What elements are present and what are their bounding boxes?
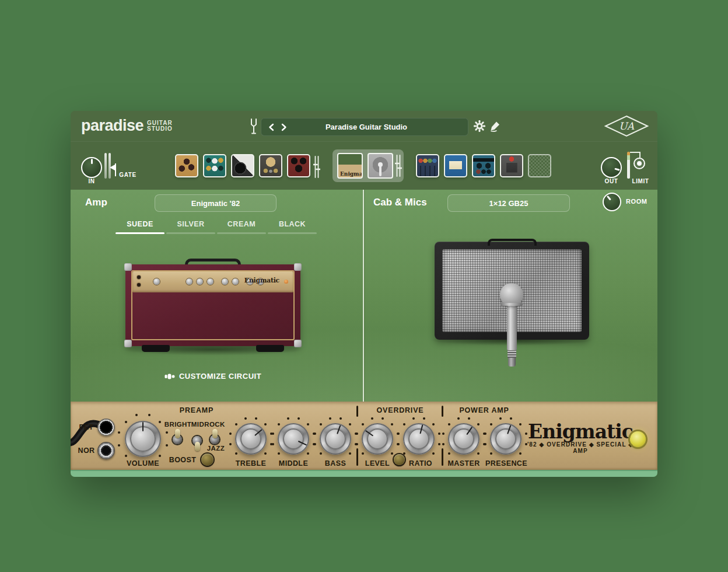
amp-foot bbox=[142, 345, 170, 352]
rack-slot-empty[interactable] bbox=[528, 154, 551, 177]
ua-logo: UA bbox=[604, 115, 649, 137]
signal-chain-strip: IN GATE Enigmatic bbox=[71, 141, 657, 190]
pedal-slot-teal-multi-icon[interactable] bbox=[203, 154, 226, 177]
amp-graphic-knob bbox=[207, 278, 214, 285]
rack-slot-compressor-icon[interactable] bbox=[444, 154, 467, 177]
pedal-slot-wah-icon[interactable] bbox=[231, 154, 254, 177]
amp-foot bbox=[256, 345, 284, 352]
input-label: IN bbox=[83, 178, 100, 184]
output-label: OUT bbox=[601, 178, 622, 184]
room-knob[interactable] bbox=[603, 193, 621, 211]
bright-switch[interactable] bbox=[171, 428, 184, 451]
main-area: Amp Enigmatic '82 SUEDE SILVER CREAM BLA… bbox=[71, 190, 657, 402]
desktop-background: paradise GUITAR STUDIO Paradise Guitar bbox=[0, 0, 728, 572]
preamp-section-label: PREAMP bbox=[167, 406, 226, 414]
amp-control-panel: FET NOR VOLUME PREAMP BRIGHT MID ROCK JA… bbox=[71, 402, 657, 470]
input-meter-left bbox=[104, 153, 107, 179]
panel-brand-tagline: '82 ◆ OVERDRIVE ◆ SPECIAL ◆ AMP bbox=[522, 441, 639, 454]
fader-divider-icon bbox=[313, 155, 320, 179]
rack-slot-reverb-icon[interactable] bbox=[500, 154, 523, 177]
knob-scale-dots bbox=[463, 438, 465, 440]
gate-label: GATE bbox=[117, 172, 138, 178]
volume-label: VOLUME bbox=[120, 459, 166, 468]
cab-mic-slot-icon[interactable] bbox=[368, 153, 393, 179]
boost-button[interactable] bbox=[201, 454, 214, 466]
fet-input-jack[interactable] bbox=[97, 418, 115, 436]
boost-label: BOOST bbox=[166, 456, 199, 464]
knob-scale-dots bbox=[292, 438, 295, 440]
tuner-icon[interactable] bbox=[249, 118, 258, 135]
power-amp-section-label: POWER AMP bbox=[449, 406, 519, 414]
tube-icon bbox=[164, 373, 175, 380]
knob-scale-dots bbox=[418, 438, 420, 440]
customize-circuit-label: CUSTOMIZE CIRCUIT bbox=[179, 372, 261, 381]
panel-brand-logo: Enigmatic bbox=[522, 420, 639, 443]
tab-silver[interactable]: SILVER bbox=[166, 220, 215, 228]
amp-model-dropdown[interactable]: Enigmatic '82 bbox=[155, 194, 276, 212]
tab-cream[interactable]: CREAM bbox=[217, 220, 266, 228]
customize-circuit-button[interactable]: CUSTOMIZE CIRCUIT bbox=[125, 372, 300, 381]
mid-switch[interactable] bbox=[191, 430, 204, 452]
input-gain-knob[interactable] bbox=[81, 157, 102, 178]
nor-input-jack[interactable] bbox=[97, 442, 115, 459]
presence-label: PRESENCE bbox=[480, 459, 533, 468]
rack-slot-delay-icon[interactable] bbox=[472, 154, 495, 177]
amp-graphic-knob bbox=[186, 278, 192, 285]
amp-slot-brand-text: Enigmatic bbox=[340, 171, 363, 177]
rack-slot-eq-icon[interactable] bbox=[416, 154, 439, 177]
power-lamp bbox=[630, 431, 646, 447]
app-logo-text: paradise bbox=[81, 117, 144, 134]
edit-pencil-icon[interactable] bbox=[489, 120, 502, 132]
knob-pointer bbox=[600, 156, 622, 179]
metal-corner bbox=[294, 263, 302, 271]
amp-graphic-lamp bbox=[284, 280, 288, 284]
pedal-slot-gray-phaser-icon[interactable] bbox=[259, 154, 282, 177]
amp-body: Enigmatic bbox=[125, 264, 300, 346]
mic-capsule[interactable] bbox=[500, 283, 523, 306]
plugin-window: paradise GUITAR STUDIO Paradise Guitar bbox=[71, 111, 657, 477]
amp-graphic-brand: Enigmatic bbox=[244, 277, 279, 284]
section-divider-bar bbox=[442, 406, 443, 417]
app-logo: paradise GUITAR STUDIO bbox=[81, 117, 173, 134]
knob-scale-dots bbox=[376, 438, 379, 440]
mic-body bbox=[507, 306, 517, 350]
amp-graphic-knob bbox=[197, 278, 203, 285]
chevron-right-icon bbox=[281, 123, 287, 131]
metal-corner bbox=[124, 340, 132, 347]
amp-block-selected[interactable]: Enigmatic bbox=[332, 149, 404, 182]
preset-bar[interactable]: Paradise Guitar Studio bbox=[261, 118, 468, 136]
pedal-slot-red-distortion-icon[interactable] bbox=[287, 154, 310, 177]
pedal-slot-tan-fuzz-icon[interactable] bbox=[175, 154, 198, 177]
mic-rings bbox=[508, 350, 516, 358]
cab-handle bbox=[488, 239, 537, 246]
knob-scale-dots bbox=[250, 438, 252, 440]
rock-label: ROCK bbox=[201, 421, 228, 428]
amp-head-graphic[interactable]: Enigmatic bbox=[125, 259, 300, 354]
output-gain-knob[interactable] bbox=[601, 157, 622, 178]
bottom-shelf bbox=[71, 470, 657, 477]
limit-button[interactable] bbox=[634, 158, 645, 169]
preset-prev-button[interactable] bbox=[265, 118, 278, 135]
amp-fader-icon bbox=[395, 154, 402, 177]
tab-suede[interactable]: SUEDE bbox=[116, 220, 164, 228]
metal-corner bbox=[124, 263, 132, 271]
cab-model-dropdown[interactable]: 1×12 GB25 bbox=[447, 194, 570, 212]
metal-corner bbox=[294, 340, 302, 347]
settings-gear-icon[interactable] bbox=[473, 120, 486, 132]
room-label: ROOM bbox=[626, 198, 648, 205]
amp-head-slot-icon[interactable]: Enigmatic bbox=[337, 153, 363, 179]
knob-scale-dots bbox=[334, 438, 337, 440]
header-bar: paradise GUITAR STUDIO Paradise Guitar bbox=[71, 111, 657, 142]
amp-graphic-knob bbox=[153, 278, 160, 285]
amp-graphic-jack bbox=[137, 283, 141, 287]
chevron-left-icon bbox=[268, 123, 274, 131]
knob-scale-dots bbox=[505, 438, 507, 440]
svg-text:UA: UA bbox=[619, 120, 635, 132]
jazz-label: JAZZ bbox=[202, 445, 229, 452]
amp-graphic-panel: Enigmatic bbox=[132, 271, 293, 292]
preset-next-button[interactable] bbox=[278, 118, 290, 135]
cab-section-title: Cab & Mics bbox=[373, 197, 427, 208]
mic-base bbox=[508, 358, 516, 367]
tab-black[interactable]: BLACK bbox=[268, 220, 317, 228]
cab-graphic[interactable] bbox=[435, 238, 589, 343]
